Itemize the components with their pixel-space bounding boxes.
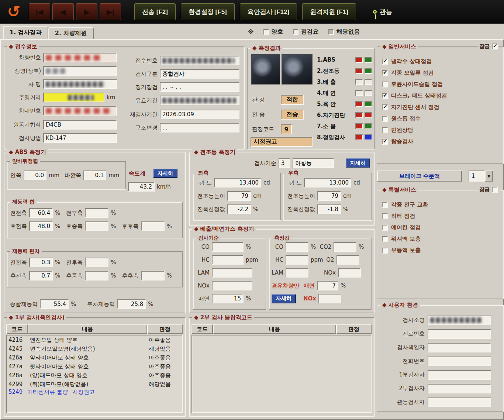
rm-field[interactable] bbox=[85, 271, 108, 280]
user-env-field[interactable] bbox=[428, 329, 491, 339]
method-field[interactable]: KD-147 bbox=[43, 133, 117, 143]
engine-type-field[interactable]: D4CB bbox=[43, 120, 117, 130]
lock-checkbox[interactable] bbox=[492, 44, 498, 49]
meas-o2-field[interactable] bbox=[336, 255, 359, 265]
col-result[interactable]: 판정 bbox=[336, 324, 372, 334]
toolbar-button[interactable]: 환경설정 [F5] bbox=[181, 3, 235, 20]
brake-fluid-button[interactable]: 브레이크 수분액 bbox=[377, 171, 462, 182]
user-env-field[interactable] bbox=[428, 343, 491, 352]
left-luminosity-field[interactable]: 13,400 bbox=[214, 178, 261, 187]
refresh-icon[interactable]: ↺ bbox=[4, 2, 24, 22]
std-nox-field[interactable] bbox=[212, 281, 252, 290]
fr-field[interactable] bbox=[85, 258, 108, 267]
checkbox[interactable] bbox=[382, 139, 388, 145]
checkbox[interactable] bbox=[382, 202, 388, 208]
service-item[interactable]: 부동액 보충 bbox=[382, 245, 499, 256]
toolbar-button[interactable]: 원격지원 [F1] bbox=[302, 3, 356, 20]
nav-button[interactable]: ▶| bbox=[100, 3, 121, 20]
emission-detail-button[interactable]: 자세히 bbox=[272, 294, 296, 303]
rr-field[interactable] bbox=[141, 221, 165, 231]
checkbox[interactable] bbox=[382, 82, 388, 87]
owner-field[interactable] bbox=[43, 66, 117, 76]
lock-checkbox[interactable] bbox=[492, 187, 498, 193]
meas-nox-field[interactable] bbox=[338, 268, 361, 278]
periodic-field[interactable]: . . ~ . . bbox=[160, 82, 239, 92]
user-env-field[interactable] bbox=[428, 316, 491, 325]
meas-lam-field[interactable] bbox=[286, 268, 308, 278]
lock-control[interactable]: 잠금 bbox=[478, 186, 499, 193]
checkbox[interactable] bbox=[382, 236, 388, 242]
meas-smoke-field[interactable]: 7 bbox=[317, 281, 338, 290]
category-field[interactable]: 종합검사 bbox=[160, 69, 239, 79]
reinspect-due-field[interactable]: 2026.03.09 bbox=[160, 110, 239, 119]
checkbox[interactable] bbox=[382, 225, 388, 231]
service-item[interactable]: 자기진단 센서 점검 bbox=[382, 101, 499, 113]
dropdown-value[interactable]: 1 bbox=[469, 171, 485, 182]
tab-vehicle-spec[interactable]: 2. 차량제원 bbox=[48, 27, 94, 39]
checkbox[interactable] bbox=[382, 59, 388, 65]
standard-value-field[interactable]: 3 bbox=[279, 158, 290, 168]
checkbox[interactable] bbox=[382, 116, 388, 122]
std-hc-field[interactable] bbox=[212, 255, 244, 265]
inner-field[interactable]: 0.0 bbox=[24, 171, 46, 180]
right-amplitude-field[interactable]: -1.8 bbox=[317, 204, 341, 214]
col-desc[interactable]: 내용 bbox=[28, 324, 147, 334]
col-code[interactable]: 코드 bbox=[6, 324, 28, 334]
speedometer-field[interactable]: 43.2 bbox=[128, 182, 155, 192]
service-item[interactable]: 각종 오일류 점검 bbox=[382, 67, 499, 79]
service-item[interactable]: 원스톱 접수 bbox=[382, 113, 499, 124]
service-item[interactable]: 탑승검사 bbox=[382, 136, 499, 147]
vin-field[interactable] bbox=[43, 106, 117, 116]
service-item[interactable]: 히터 점검 bbox=[382, 210, 499, 222]
parking-brake-field[interactable]: 25.8 bbox=[117, 299, 146, 309]
service-item[interactable]: 냉각수 상태점검 bbox=[382, 56, 499, 67]
checkbox[interactable] bbox=[382, 213, 388, 219]
inspection-row[interactable]: 428a (앞)패드마모 상태 양호 아주좋음 bbox=[7, 371, 182, 380]
service-item[interactable]: 후륜사이드슬립 점검 bbox=[382, 79, 499, 90]
vehicle-photo-2[interactable] bbox=[282, 54, 313, 85]
user-env-field[interactable] bbox=[428, 384, 491, 393]
std-smoke-field[interactable]: 15 bbox=[212, 294, 244, 303]
service-item[interactable]: 에어컨 점검 bbox=[382, 222, 499, 233]
user-env-field[interactable] bbox=[428, 397, 491, 407]
mileage-field[interactable] bbox=[43, 93, 104, 102]
right-height-field[interactable]: 79 bbox=[317, 191, 341, 201]
lock-control[interactable]: 잠금 bbox=[478, 43, 499, 50]
col-desc[interactable]: 내용 bbox=[213, 324, 336, 334]
service-item[interactable]: 디스크, 패드 상태점검 bbox=[382, 90, 499, 101]
tab-inspection-result[interactable]: 1. 검사결과 bbox=[3, 26, 48, 39]
toolbar-button[interactable]: 육안검사 [F12] bbox=[240, 3, 297, 20]
fr-field[interactable] bbox=[85, 208, 108, 218]
service-item[interactable]: 워셔액 보충 bbox=[382, 233, 499, 245]
inspection-row[interactable]: 4299 (뒤)패드마모(해당없음) 해당없음 bbox=[7, 380, 182, 389]
left-height-field[interactable]: 79 bbox=[227, 191, 251, 201]
checkbox[interactable] bbox=[382, 70, 388, 76]
rf-field[interactable]: 48.0 bbox=[29, 221, 53, 231]
inspection-row[interactable]: 5249 기타센서류 불량 시정권고 bbox=[7, 389, 182, 397]
receipt-no-field[interactable] bbox=[160, 56, 239, 65]
col-code[interactable]: 코드 bbox=[191, 324, 213, 334]
inspection-row[interactable]: 4245 변속기오일오염(해당없음) 해당없음 bbox=[7, 344, 182, 353]
standard-type-field[interactable]: 하향등 bbox=[293, 158, 334, 168]
service-item[interactable]: 민원상담 bbox=[382, 124, 499, 136]
meas-co-field[interactable] bbox=[286, 242, 308, 252]
user-env-field[interactable] bbox=[428, 357, 491, 366]
service-item[interactable]: 각종 전구 교환 bbox=[382, 199, 499, 210]
meas-nox2-field[interactable] bbox=[318, 294, 341, 303]
outer-field[interactable]: 0.1 bbox=[83, 171, 106, 180]
kwaneung-group[interactable]: 관능 bbox=[373, 8, 392, 16]
rr-field[interactable] bbox=[141, 271, 165, 280]
ff-field[interactable]: 60.4 bbox=[29, 208, 53, 218]
speedometer-detail-button[interactable]: 자세히 bbox=[153, 169, 177, 178]
checkbox[interactable] bbox=[382, 248, 388, 254]
inspection-row[interactable]: 427a 뒷타이어마모 상태 양호 아주좋음 bbox=[7, 362, 182, 371]
structure-change-field[interactable]: . . bbox=[160, 123, 239, 132]
inspection-row[interactable]: 426a 앞타이어마모 상태 양호 아주좋음 bbox=[7, 353, 182, 362]
total-brake-field[interactable]: 55.4 bbox=[40, 299, 69, 309]
toolbar-button[interactable]: 전송 [F2] bbox=[134, 3, 176, 20]
model-field[interactable] bbox=[43, 79, 117, 89]
inspection-row[interactable]: 4216 엔진오일 상태 양호 아주좋음 bbox=[7, 335, 182, 344]
checkbox[interactable] bbox=[382, 93, 388, 99]
plate-field[interactable] bbox=[43, 53, 117, 62]
left-amplitude-field[interactable]: -2.2 bbox=[227, 204, 251, 214]
